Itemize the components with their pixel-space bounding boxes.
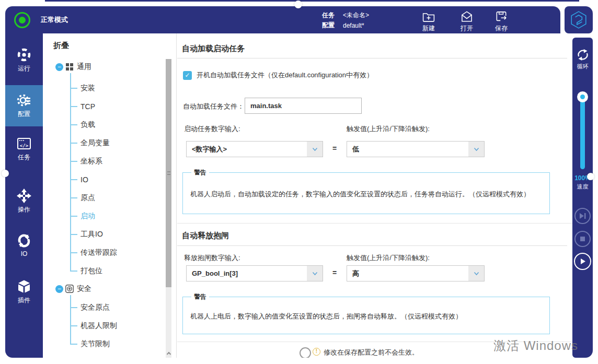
- settings-content: 自动加载启动任务 ✓ 开机自动加载任务文件（仅在default.configur…: [177, 33, 572, 358]
- sidebar-item-config[interactable]: 配置: [5, 85, 43, 126]
- speed-label: 速度: [572, 183, 593, 191]
- tree-scrollbar-thumb[interactable]: [166, 59, 171, 287]
- open-button-label: 打开: [452, 24, 481, 33]
- tree-item-label: 传送带跟踪: [80, 248, 117, 257]
- section-title-brake-release: 自动释放抱闸: [182, 231, 229, 241]
- section-title-autoload: 自动加载启动任务: [182, 44, 245, 54]
- mode-label: 正常模式: [41, 6, 68, 33]
- task-file-input[interactable]: [245, 98, 362, 114]
- svg-text:</>: </>: [20, 143, 29, 148]
- tree-group-safety[interactable]: − 安全: [55, 283, 91, 295]
- alert-icon: !: [313, 348, 320, 356]
- gear-icon: [16, 92, 32, 108]
- checkbox-label: 开机自动加载任务文件（仅在default.configuration中有效）: [197, 71, 373, 80]
- grid-squares-icon: [65, 63, 74, 71]
- sidebar-item-run[interactable]: 运行: [5, 47, 43, 73]
- tree-item-global-vars[interactable]: 全局变量: [70, 137, 110, 149]
- sidebar-label-task: 任务: [5, 153, 43, 162]
- sidebar-item-task[interactable]: </> 任务: [5, 136, 43, 162]
- tree-item-payload[interactable]: 负载: [70, 119, 95, 131]
- chevron-up-icon: [166, 351, 170, 356]
- tree-group-general[interactable]: − 通用: [55, 61, 91, 73]
- run-target-icon: [16, 47, 32, 63]
- tree-item-tool-io[interactable]: 工具IO: [70, 229, 103, 240]
- tree-item-coordinates[interactable]: 坐标系: [70, 156, 102, 167]
- new-folder-icon: [422, 10, 435, 24]
- tree-item-label: 坐标系: [80, 157, 102, 166]
- background-window-edge: [45, 0, 579, 2]
- tree-item-label: 负载: [80, 120, 95, 130]
- new-button[interactable]: 新建: [414, 10, 443, 33]
- loop-button[interactable]: 循环: [572, 48, 593, 71]
- speed-slider-knob[interactable]: [577, 91, 588, 102]
- tree-item-label: 启动: [80, 212, 95, 221]
- new-button-label: 新建: [414, 24, 443, 33]
- config-tree-panel: 折叠 − 通用 安装 TCP 负载 全局变量 坐标系 IO 原点 启动 工具IO…: [43, 33, 177, 358]
- right-sidebar: 循环 100% 速度: [572, 38, 593, 358]
- collapse-toggle-icon[interactable]: −: [55, 63, 63, 71]
- checkbox-checked-icon[interactable]: ✓: [183, 71, 192, 80]
- step-button-disabled[interactable]: [574, 208, 591, 224]
- plugin-cube-icon: [16, 279, 32, 295]
- open-envelope-icon: [460, 10, 474, 24]
- tree-stub: [70, 161, 77, 162]
- tree-item-io[interactable]: IO: [70, 174, 88, 185]
- tree-stub: [70, 325, 77, 326]
- tree-stub: [70, 252, 77, 253]
- tree-item-install[interactable]: 安装: [70, 83, 95, 94]
- tree-stub: [70, 143, 77, 144]
- warning-legend: 警告: [191, 168, 209, 177]
- scroll-up-arrow[interactable]: [166, 348, 171, 358]
- tree-item-safety-home[interactable]: 安全原点: [70, 302, 110, 313]
- selection-handle-top: [294, 1, 302, 8]
- sidebar-item-plugin[interactable]: 插件: [5, 279, 43, 305]
- tree-item-joint-limits[interactable]: 关节限制: [70, 338, 110, 350]
- tree-item-conveyor[interactable]: 传送带跟踪: [70, 247, 117, 259]
- brake-trigger-dropdown[interactable]: 高: [347, 265, 485, 281]
- digital-input-dropdown[interactable]: <数字输入>: [186, 141, 323, 157]
- trigger-value-label: 触发值(上升沿/下降沿触发):: [347, 253, 430, 263]
- tree-item-label: 全局变量: [80, 138, 110, 148]
- tree-stub: [70, 197, 77, 198]
- logo-block: [565, 6, 593, 33]
- tree-stub: [70, 124, 77, 125]
- brake-input-dropdown[interactable]: GP_bool_in[3]: [186, 265, 323, 281]
- autoload-checkbox-row[interactable]: ✓ 开机自动加载任务文件（仅在default.configuration中有效）: [183, 71, 373, 80]
- warning-legend: 警告: [191, 292, 209, 301]
- play-button[interactable]: [574, 253, 591, 270]
- tree-item-label: 关节限制: [80, 339, 110, 349]
- trigger-value-dropdown[interactable]: 低: [347, 141, 485, 157]
- green-dot: [19, 17, 26, 24]
- safety-plus-icon: [65, 285, 74, 293]
- skip-to-end-icon: [578, 212, 587, 220]
- trigger-value-label: 触发值(上升沿/下降沿触发):: [347, 124, 430, 134]
- title-rule: [177, 245, 567, 246]
- speed-slider-track[interactable]: [580, 96, 585, 169]
- tree-scrollbar[interactable]: [166, 59, 171, 358]
- sidebar-label-plugin: 插件: [5, 296, 43, 305]
- save-button[interactable]: 保存: [487, 10, 516, 33]
- collapse-toggle-icon[interactable]: −: [55, 285, 63, 293]
- tree-item-startup-active[interactable]: 启动: [70, 210, 95, 222]
- sidebar-item-operate[interactable]: 操作: [5, 188, 43, 214]
- top-bar: 正常模式 任务 <未命名> 配置 default* 新建 打开 保存: [5, 6, 560, 33]
- save-floppy-icon: [494, 10, 508, 24]
- tree-stub: [70, 307, 77, 308]
- sidebar-label-io: IO: [5, 250, 43, 257]
- tree-collapse-header[interactable]: 折叠: [53, 41, 69, 51]
- open-button[interactable]: 打开: [452, 10, 481, 33]
- tree-stub: [70, 271, 77, 272]
- brand-cube-logo: [569, 10, 588, 29]
- selection-handle-right: [587, 173, 594, 180]
- sidebar-item-io[interactable]: IO: [5, 233, 43, 257]
- stop-button-disabled[interactable]: [574, 231, 591, 247]
- brake-input-label: 释放抱闸数字输入:: [184, 253, 240, 263]
- tree-item-pack-position[interactable]: 打包位: [70, 265, 102, 277]
- tree-item-tcp[interactable]: TCP: [70, 101, 95, 112]
- warning-text: 机器人启动后，自动加载设定的任务，数字输入的值变化至设置的状态后，任务将自动运行…: [190, 190, 542, 199]
- dropdown-value: 低: [352, 142, 359, 157]
- dropdown-value: GP_bool_in[3]: [192, 266, 238, 281]
- tree-item-robot-limits[interactable]: 机器人限制: [70, 320, 117, 332]
- tree-group-label: 安全: [77, 284, 91, 293]
- tree-item-home[interactable]: 原点: [70, 192, 95, 204]
